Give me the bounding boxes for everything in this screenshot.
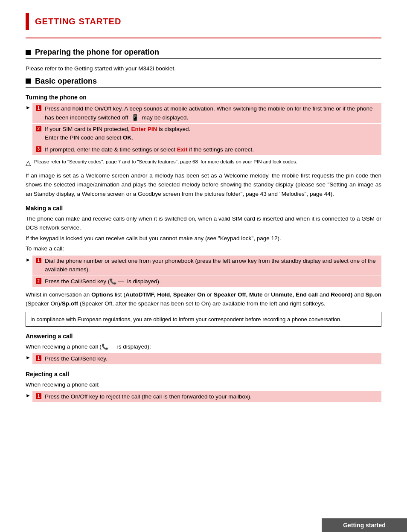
rejecting-call-step-num-1: 1 <box>36 393 41 399</box>
making-call-body1: The phone can make and receive calls onl… <box>26 214 381 233</box>
arrow-bullet-2: ► <box>26 257 31 263</box>
answering-call-steps-inner: ► 1 Press the Call/Send key. <box>26 353 381 365</box>
making-call-steps: ► 1 Dial the phone number or select one … <box>26 256 381 288</box>
making-call-step-lines: 1 Dial the phone number or select one fr… <box>32 256 381 288</box>
rejecting-call-step-1-content: Press the On/Off key to reject the call … <box>45 392 378 401</box>
section2-heading-row: Basic operations <box>26 77 381 86</box>
rejecting-call-steps-inner: ► 1 Press the On/Off key to reject the c… <box>26 391 381 403</box>
subsection-answering-call-heading: Answering a call <box>26 333 381 340</box>
arrow-bullet-1: ► <box>26 105 31 110</box>
turn-on-step-3: 3 If prompted, enter the date & time set… <box>32 144 381 155</box>
making-call-step-2-content: Press the Call/Send key (📞 — is displaye… <box>45 277 378 286</box>
page-header: GETTING STARTED <box>26 13 381 30</box>
options-paragraph: Whilst in conversation an Options list (… <box>26 290 381 308</box>
red-bar-accent <box>26 13 29 30</box>
subsection-making-call-heading: Making a call <box>26 205 381 212</box>
making-call-step-num-2: 2 <box>36 278 41 284</box>
section2-bullet <box>26 78 31 84</box>
warning-icon: △ <box>26 159 31 167</box>
page-content: GETTING STARTED Preparing the phone for … <box>0 0 407 439</box>
section1-heading: Preparing the phone for operation <box>35 48 159 57</box>
answering-call-step-lines: 1 Press the Call/Send key. <box>32 353 381 365</box>
subsection-rejecting-call-heading: Rejecting a call <box>26 371 381 378</box>
making-call-step-num-1: 1 <box>36 258 41 263</box>
answering-call-step-1-content: Press the Call/Send key. <box>45 355 378 363</box>
turning-on-steps-inner: ► 1 Press and hold the On/Off key. A bee… <box>26 103 381 156</box>
making-call-body3: To make a call: <box>26 244 381 253</box>
step-1-content: Press and hold the On/Off key. A beep so… <box>45 105 378 122</box>
header-divider <box>26 38 381 38</box>
warning-text: Please refer to "Security codes", page 7… <box>34 159 297 164</box>
section1-body: Please refer to the Getting started with… <box>26 64 381 73</box>
section2-divider <box>26 87 381 88</box>
footer-bar: Getting started <box>322 518 407 532</box>
making-call-body2: If the keypad is locked you can receive … <box>26 234 381 243</box>
arrow-bullet-4: ► <box>26 392 31 398</box>
section1-bullet <box>26 50 31 55</box>
warning-row: △ Please refer to "Security codes", page… <box>26 159 381 167</box>
turning-on-step-lines: 1 Press and hold the On/Off key. A beep … <box>32 103 381 156</box>
turn-on-step-2: 2 If your SIM card is PIN protected, Ent… <box>32 124 381 144</box>
answering-call-step-num-1: 1 <box>36 355 41 361</box>
making-call-step-1: 1 Dial the phone number or select one fr… <box>32 256 381 276</box>
compliance-note-box: In compliance with European regulations,… <box>26 312 381 327</box>
section2-heading: Basic operations <box>35 77 97 86</box>
arrow-bullet-3: ► <box>26 355 31 360</box>
making-call-step-1-content: Dial the phone number or select one from… <box>45 257 378 274</box>
step-num-3: 3 <box>36 146 41 152</box>
turn-on-step-1: 1 Press and hold the On/Off key. A beep … <box>32 103 381 124</box>
making-call-step-2: 2 Press the Call/Send key (📞 — is displa… <box>32 276 381 287</box>
section1-heading-row: Preparing the phone for operation <box>26 48 381 57</box>
turning-on-body: If an image is set as a Welcome screen a… <box>26 171 381 199</box>
making-call-steps-inner: ► 1 Dial the phone number or select one … <box>26 256 381 288</box>
rejecting-call-body: When receiving a phone call: <box>26 380 381 390</box>
step-num-2: 2 <box>36 126 41 131</box>
answering-call-steps: ► 1 Press the Call/Send key. <box>26 353 381 365</box>
step-num-1: 1 <box>36 105 41 111</box>
rejecting-call-step-lines: 1 Press the On/Off key to reject the cal… <box>32 391 381 403</box>
page-title: GETTING STARTED <box>35 17 121 26</box>
answering-call-step-1: 1 Press the Call/Send key. <box>32 353 381 364</box>
subsection-turning-on-heading: Turning the phone on <box>26 94 381 101</box>
answering-call-body: When receiving a phone call (📞— is displ… <box>26 342 381 352</box>
step-3-content: If prompted, enter the date & time setti… <box>45 145 378 154</box>
compliance-note-text: In compliance with European regulations,… <box>30 316 342 323</box>
step-2-content: If your SIM card is PIN protected, Enter… <box>45 125 378 142</box>
footer-label: Getting started <box>343 522 386 529</box>
section1-divider <box>26 58 381 59</box>
turning-on-steps: ► 1 Press and hold the On/Off key. A bee… <box>26 103 381 156</box>
rejecting-call-step-1: 1 Press the On/Off key to reject the cal… <box>32 391 381 402</box>
rejecting-call-steps: ► 1 Press the On/Off key to reject the c… <box>26 391 381 403</box>
